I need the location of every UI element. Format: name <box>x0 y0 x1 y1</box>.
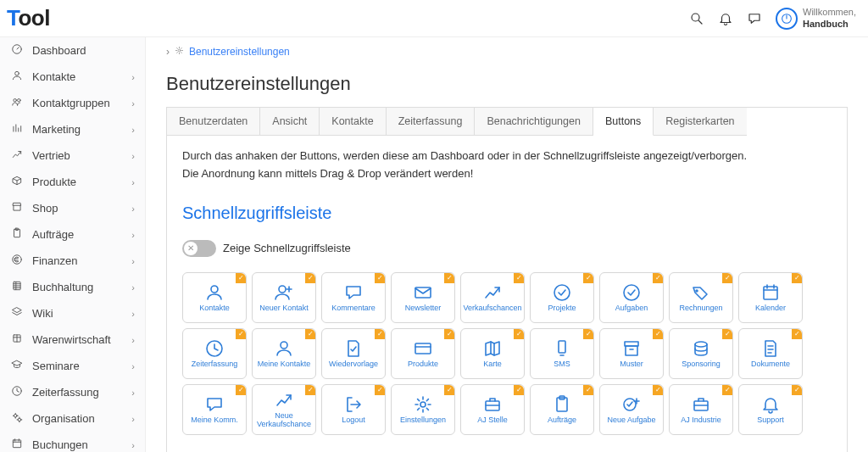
tile-logout[interactable]: ✓ Logout <box>321 384 386 435</box>
chevron-right-icon: › <box>166 46 170 58</box>
sidebar-item-dashboard[interactable]: Dashboard <box>0 37 145 64</box>
logo: Tool <box>7 5 50 31</box>
sidebar-item-vertrieb[interactable]: Vertrieb › <box>0 142 145 169</box>
sidebar-item-produkte[interactable]: Produkte › <box>0 169 145 195</box>
page-title: Benutzereinstellungen <box>166 73 848 95</box>
messages-icon[interactable] <box>747 11 762 26</box>
tile-label: Newsletter <box>403 304 443 313</box>
check-icon: ✓ <box>514 385 524 395</box>
tile-aj-stelle[interactable]: ✓ AJ Stelle <box>460 384 525 435</box>
sidebar-item-aufträge[interactable]: Aufträge › <box>0 221 145 248</box>
tile-neuer-kontakt[interactable]: ✓ Neuer Kontakt <box>252 272 316 323</box>
tile-karte[interactable]: ✓ Karte <box>460 328 525 379</box>
tile-meine-kontakte[interactable]: ✓ Meine Kontakte <box>252 328 316 379</box>
person-plus-icon <box>274 282 294 303</box>
tile-label: Neuer Kontakt <box>258 304 310 313</box>
chevron-right-icon: › <box>131 309 135 319</box>
tab-buttons[interactable]: Buttons <box>593 108 654 136</box>
comment-icon <box>343 282 364 303</box>
check-icon: ✓ <box>375 273 385 283</box>
briefcase-icon <box>691 394 711 415</box>
info-text: Durch das anhaken der Buttons, werden di… <box>182 148 832 183</box>
tile-neue-aufgabe[interactable]: ✓ Neue Aufgabe <box>599 384 664 435</box>
archive-icon <box>621 338 642 359</box>
breadcrumb-current[interactable]: Benutzereinstellungen <box>189 46 290 58</box>
tile-muster[interactable]: ✓ Muster <box>599 328 664 379</box>
check-icon: ✓ <box>236 329 246 339</box>
sidebar-item-wiki[interactable]: Wiki › <box>0 300 145 326</box>
tab-ansicht[interactable]: Ansicht <box>260 108 320 136</box>
user-menu[interactable]: Willkommen, Handbuch <box>776 7 856 29</box>
tab-zeiterfassung[interactable]: Zeiterfassung <box>387 108 476 136</box>
check-icon: ✓ <box>305 329 315 339</box>
main-content: › Benutzereinstellungen Benutzereinstell… <box>146 37 868 452</box>
check-icon: ✓ <box>583 273 593 283</box>
tile-newsletter[interactable]: ✓ Newsletter <box>391 272 455 323</box>
check-icon: ✓ <box>236 385 246 395</box>
sidebar-item-label: Shop <box>32 202 123 215</box>
tile-wiedervorlage[interactable]: ✓ Wiedervorlage <box>321 328 386 379</box>
tile-meine-komm.[interactable]: ✓ Meine Komm. <box>182 384 247 435</box>
check-icon: ✓ <box>722 273 732 283</box>
tab-kontakte[interactable]: Kontakte <box>320 108 386 136</box>
tile-label: Verkaufschancen <box>461 304 523 313</box>
check-icon: ✓ <box>792 273 802 283</box>
tile-einstellungen[interactable]: ✓ Einstellungen <box>391 384 455 435</box>
tile-aufgaben[interactable]: ✓ Aufgaben <box>599 272 664 323</box>
sidebar-item-kontaktgruppen[interactable]: Kontaktgruppen › <box>0 90 145 116</box>
tile-zeiterfassung[interactable]: ✓ Zeiterfassung <box>182 328 247 379</box>
check-icon: ✓ <box>722 385 732 395</box>
tile-projekte[interactable]: ✓ Projekte <box>530 272 594 323</box>
clock-icon <box>204 338 225 359</box>
sidebar-item-label: Aufträge <box>32 228 123 241</box>
tile-produkte[interactable]: ✓ Produkte <box>391 328 455 379</box>
check-icon: ✓ <box>514 329 524 339</box>
tab-benachrichtigungen[interactable]: Benachrichtigungen <box>475 108 593 136</box>
tile-label: Rechnungen <box>677 304 724 313</box>
tile-dokumente[interactable]: ✓ Dokumente <box>738 328 803 379</box>
sidebar-item-shop[interactable]: Shop › <box>0 195 145 221</box>
breadcrumb: › Benutzereinstellungen <box>166 46 848 58</box>
tile-aufträge[interactable]: ✓ Aufträge <box>530 384 594 435</box>
tile-label: Produkte <box>406 360 440 369</box>
sidebar-item-seminare[interactable]: Seminare › <box>0 353 145 379</box>
tile-verkaufschancen[interactable]: ✓ Verkaufschancen <box>460 272 525 323</box>
sidebar-item-label: Kontakte <box>32 70 123 83</box>
sidebar-item-marketing[interactable]: Marketing › <box>0 116 145 142</box>
tile-kalender[interactable]: ✓ Kalender <box>738 272 803 323</box>
tile-label: Muster <box>618 360 645 369</box>
doc-lines-icon <box>760 338 781 359</box>
sidebar-item-label: Warenwirtschaft <box>32 333 123 346</box>
chevron-right-icon: › <box>131 414 135 424</box>
tile-support[interactable]: ✓ Support <box>738 384 803 435</box>
logout-icon <box>343 394 364 415</box>
tab-registerkarten[interactable]: Registerkarten <box>654 108 746 136</box>
tile-label: Karte <box>481 360 504 369</box>
sidebar-item-label: Zeiterfassung <box>32 386 123 399</box>
tile-sponsoring[interactable]: ✓ Sponsoring <box>669 328 733 379</box>
check-icon: ✓ <box>444 273 454 283</box>
person-icon <box>10 70 24 84</box>
sidebar-item-warenwirtschaft[interactable]: Warenwirtschaft › <box>0 326 145 353</box>
sidebar-item-buchhaltung[interactable]: Buchhaltung › <box>0 274 145 300</box>
quickaccess-toggle[interactable]: ✕ <box>182 240 216 257</box>
tab-benutzerdaten[interactable]: Benutzerdaten <box>167 108 260 136</box>
notifications-icon[interactable] <box>718 11 733 26</box>
sidebar-item-zeiterfassung[interactable]: Zeiterfassung › <box>0 379 145 405</box>
sidebar-item-kontakte[interactable]: Kontakte › <box>0 64 145 90</box>
tile-kontakte[interactable]: ✓ Kontakte <box>182 272 247 323</box>
tile-sms[interactable]: ✓ SMS <box>530 328 594 379</box>
tile-rechnungen[interactable]: ✓ Rechnungen <box>669 272 733 323</box>
tile-aj-industrie[interactable]: ✓ AJ Industrie <box>669 384 733 435</box>
tile-kommentare[interactable]: ✓ Kommentare <box>321 272 386 323</box>
sidebar-item-finanzen[interactable]: Finanzen › <box>0 248 145 274</box>
phone-msg-icon <box>552 338 572 359</box>
comment-icon <box>204 394 225 415</box>
tile-label: Projekte <box>546 304 577 313</box>
tile-neue-verkaufschance[interactable]: ✓ Neue Verkaufschance <box>252 384 316 435</box>
euro-icon <box>10 254 24 268</box>
search-icon[interactable] <box>689 11 704 26</box>
sidebar-item-buchungen[interactable]: Buchungen › <box>0 432 145 452</box>
sidebar-item-organisation[interactable]: Organisation › <box>0 405 145 432</box>
tile-label: Meine Komm. <box>189 416 240 425</box>
